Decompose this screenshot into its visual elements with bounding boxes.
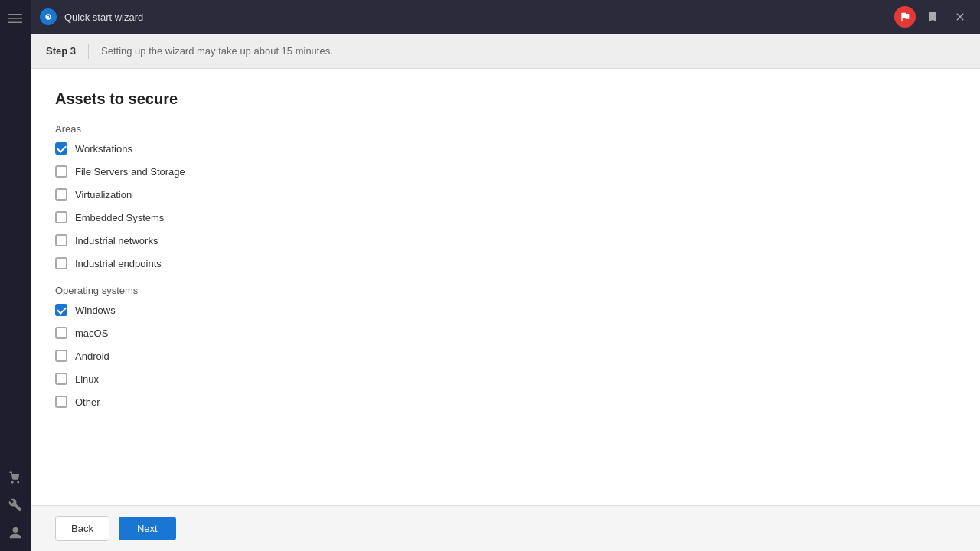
list-item[interactable]: Virtualization [55,188,956,201]
tools-icon[interactable] [3,493,28,517]
industrial-endpoints-checkbox[interactable] [55,257,67,269]
list-item[interactable]: macOS [55,327,956,339]
os-group: Windows macOS Android Linux Other [55,304,956,408]
store-icon[interactable] [3,465,28,490]
list-item[interactable]: Other [55,396,956,408]
windows-checkbox[interactable] [55,304,67,316]
titlebar-actions [894,6,971,28]
list-item[interactable]: Industrial networks [55,234,956,246]
hamburger-menu-icon[interactable] [3,6,28,31]
virtualization-label: Virtualization [75,189,132,201]
list-item[interactable]: File Servers and Storage [55,165,956,178]
linux-label: Linux [75,373,99,385]
macos-checkbox[interactable] [55,327,67,339]
file-servers-label: File Servers and Storage [75,166,185,178]
os-label: Operating systems [55,285,956,296]
bookmark-button[interactable] [922,6,943,28]
main-content: Quick start wizard Step 3 Setting up the… [31,0,980,551]
close-button[interactable] [949,6,971,28]
other-label: Other [75,396,100,408]
areas-group: Workstations File Servers and Storage Vi… [55,142,956,269]
areas-label: Areas [55,123,956,135]
step-description: Setting up the wizard may take up about … [101,45,333,57]
sidebar [0,0,31,551]
user-icon[interactable] [3,520,28,545]
wizard-title: Assets to secure [55,90,956,108]
step-divider [88,44,89,59]
flag-button[interactable] [894,6,916,28]
next-button[interactable]: Next [119,517,176,540]
list-item[interactable]: Workstations [55,142,956,155]
embedded-systems-label: Embedded Systems [75,212,164,223]
app-logo [40,8,57,25]
svg-rect-1 [8,18,22,19]
back-button[interactable]: Back [55,516,109,541]
svg-rect-2 [8,22,22,24]
macos-label: macOS [75,328,108,339]
workstations-label: Workstations [75,143,132,155]
industrial-networks-label: Industrial networks [75,235,158,246]
android-checkbox[interactable] [55,350,67,362]
list-item[interactable]: Embedded Systems [55,211,956,223]
wizard-body: Assets to secure Areas Workstations File… [31,69,980,505]
android-label: Android [75,350,109,362]
list-item[interactable]: Linux [55,373,956,385]
title-bar: Quick start wizard [31,0,980,34]
svg-point-4 [47,16,49,18]
list-item[interactable]: Android [55,350,956,362]
app-title: Quick start wizard [64,11,887,23]
other-checkbox[interactable] [55,396,67,408]
workstations-checkbox[interactable] [55,142,67,155]
svg-rect-0 [8,14,22,15]
list-item[interactable]: Windows [55,304,956,316]
file-servers-checkbox[interactable] [55,165,67,178]
industrial-endpoints-label: Industrial endpoints [75,258,162,269]
windows-label: Windows [75,305,116,316]
virtualization-checkbox[interactable] [55,188,67,201]
linux-checkbox[interactable] [55,373,67,385]
step-label: Step 3 [46,45,76,57]
step-bar: Step 3 Setting up the wizard may take up… [31,34,980,69]
list-item[interactable]: Industrial endpoints [55,257,956,269]
industrial-networks-checkbox[interactable] [55,234,67,246]
wizard-footer: Back Next [31,505,980,551]
embedded-systems-checkbox[interactable] [55,211,67,223]
